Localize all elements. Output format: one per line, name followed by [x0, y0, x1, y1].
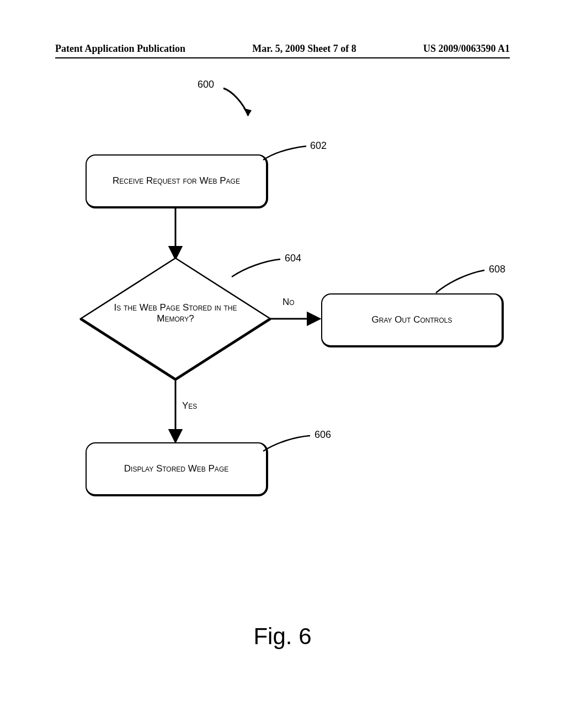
- flowchart-canvas: [0, 0, 565, 728]
- decision-604-text: Is the Web Page Stored in the Memory?: [114, 302, 237, 324]
- step-606-text: Display Stored Web Page: [124, 463, 228, 474]
- step-608-text: Gray Out Controls: [372, 314, 452, 325]
- figure-caption: Fig. 6: [0, 623, 565, 650]
- step-602: Receive Request for Web Page: [86, 154, 268, 208]
- ref-606-leader: [263, 436, 310, 451]
- ref-608-leader: [436, 270, 484, 293]
- ref-604-leader: [232, 259, 280, 277]
- edge-label-no: No: [282, 297, 295, 308]
- decision-604: Is the Web Page Stored in the Memory?: [109, 302, 242, 324]
- ref-606: 606: [315, 429, 331, 441]
- step-606: Display Stored Web Page: [86, 442, 268, 496]
- page: Patent Application Publication Mar. 5, 2…: [0, 0, 565, 728]
- step-602-text: Receive Request for Web Page: [113, 175, 240, 186]
- ref-602-leader: [263, 146, 306, 160]
- ref-600-leader: [223, 88, 252, 116]
- ref-600: 600: [198, 79, 214, 90]
- ref-608: 608: [489, 264, 505, 275]
- ref-602: 602: [310, 140, 327, 152]
- edge-label-yes: Yes: [182, 400, 197, 411]
- step-608: Gray Out Controls: [321, 293, 504, 347]
- ref-604: 604: [285, 253, 301, 264]
